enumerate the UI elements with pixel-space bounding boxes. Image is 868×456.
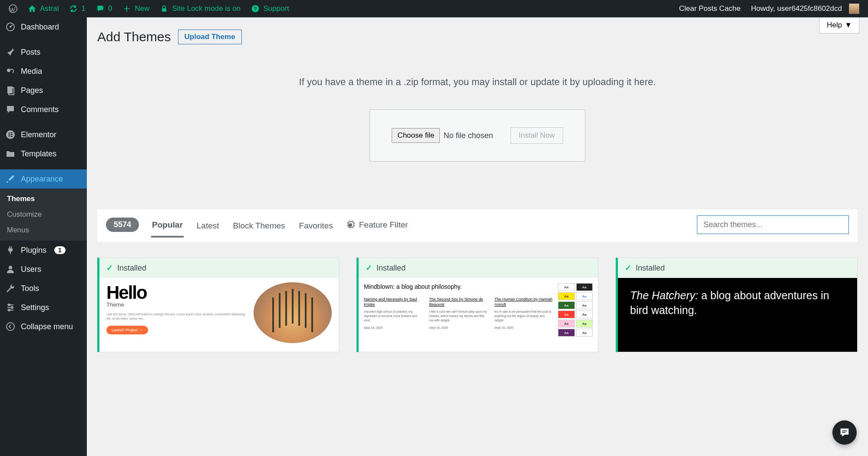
admin-bar: Astral 1 0 New Site Lock mode is on ? Su… — [0, 0, 868, 17]
pages-icon — [5, 85, 16, 96]
menu-comments[interactable]: Comments — [0, 100, 87, 119]
page-title: Add Themes — [97, 30, 171, 44]
check-icon: ✓ — [366, 263, 372, 273]
install-now-button[interactable]: Install Now — [511, 127, 563, 144]
svg-rect-11 — [10, 132, 13, 133]
menu-label: Users — [21, 265, 41, 274]
menu-settings[interactable]: Settings — [0, 298, 87, 317]
help-tab[interactable]: Help ▼ — [819, 17, 859, 33]
theme-preview: Mindblown: a blog about philosophy. Nami… — [359, 278, 598, 352]
menu-templates[interactable]: Templates — [0, 144, 87, 163]
sliders-icon — [5, 302, 16, 313]
theme-card[interactable]: ✓ Installed Hello Theme I am text block.… — [97, 258, 339, 352]
tab-latest[interactable]: Latest — [196, 221, 220, 237]
installed-badge: ✓ Installed — [99, 258, 339, 278]
svg-point-15 — [8, 304, 10, 306]
site-name-link[interactable]: Astral — [23, 0, 64, 17]
svg-text:?: ? — [254, 6, 257, 11]
site-lock-link[interactable]: Site Lock mode is on — [155, 0, 246, 17]
svg-rect-20 — [842, 430, 847, 431]
folder-icon — [5, 149, 16, 159]
submenu-themes[interactable]: Themes — [0, 191, 87, 207]
svg-rect-21 — [842, 432, 845, 433]
account-link[interactable]: Howdy, user6425fc8602dcd — [746, 0, 865, 17]
menu-label: Templates — [21, 149, 56, 159]
theme-preview: The Hatchery: a blog about adventures in… — [618, 278, 857, 352]
appearance-submenu: Themes Customize Menus — [0, 188, 87, 241]
collapse-menu[interactable]: Collapse menu — [0, 317, 87, 336]
gear-icon — [346, 221, 355, 229]
lock-icon — [160, 4, 168, 13]
upload-theme-button[interactable]: Upload Theme — [178, 30, 242, 44]
menu-label: Comments — [21, 105, 59, 114]
theme-card[interactable]: ✓ Installed Mindblown: a blog about phil… — [356, 258, 598, 352]
wordpress-icon — [9, 4, 17, 13]
tab-popular[interactable]: Popular — [151, 220, 184, 238]
menu-label: Collapse menu — [21, 322, 73, 331]
elementor-icon — [5, 129, 16, 140]
upload-area: If you have a theme in a .zip format, yo… — [97, 50, 858, 175]
choose-file-button[interactable]: Choose file — [392, 128, 440, 143]
wp-logo[interactable] — [3, 0, 23, 17]
chat-fab[interactable] — [832, 420, 857, 445]
submenu-customize[interactable]: Customize — [0, 207, 87, 222]
menu-tools[interactable]: Tools — [0, 279, 87, 298]
menu-media[interactable]: Media — [0, 62, 87, 81]
pin-icon — [5, 47, 16, 57]
submenu-menus[interactable]: Menus — [0, 222, 87, 238]
support-link[interactable]: ? Support — [246, 0, 294, 17]
menu-pages[interactable]: Pages — [0, 81, 87, 100]
user-icon — [5, 264, 16, 274]
menu-users[interactable]: Users — [0, 260, 87, 279]
wrench-icon — [5, 283, 16, 294]
comments-link[interactable]: 0 — [91, 0, 117, 17]
svg-rect-1 — [162, 8, 166, 11]
svg-point-6 — [7, 69, 10, 72]
clear-cache-link[interactable]: Clear Posts Cache — [674, 0, 746, 17]
theme-preview: Hello Theme I am text block. Click edit … — [99, 278, 339, 352]
updates-link[interactable]: 1 — [64, 0, 90, 17]
support-label: Support — [263, 4, 289, 13]
collapse-icon — [5, 321, 16, 332]
preview-image — [254, 282, 332, 343]
lock-label: Site Lock mode is on — [172, 4, 241, 13]
menu-label: Dashboard — [21, 23, 59, 32]
menu-elementor[interactable]: Elementor — [0, 125, 87, 144]
svg-point-14 — [9, 266, 12, 269]
plug-icon — [5, 245, 16, 255]
search-themes-input[interactable] — [697, 215, 849, 234]
menu-appearance[interactable]: Appearance — [0, 169, 87, 188]
installed-badge: ✓ Installed — [618, 258, 857, 278]
theme-grid: ✓ Installed Hello Theme I am text block.… — [97, 258, 858, 352]
admin-sidebar: Dashboard Posts Media Pages Comments Ele… — [0, 17, 87, 456]
check-icon: ✓ — [106, 263, 113, 273]
feature-filter-button[interactable]: Feature Filter — [346, 220, 408, 230]
menu-posts[interactable]: Posts — [0, 43, 87, 62]
svg-rect-12 — [10, 134, 13, 135]
menu-label: Media — [21, 67, 42, 76]
update-count: 1 — [81, 4, 85, 13]
plus-icon — [122, 4, 131, 13]
file-status: No file chosen — [443, 131, 493, 140]
menu-dashboard[interactable]: Dashboard — [0, 17, 87, 36]
menu-plugins[interactable]: Plugins 1 — [0, 241, 87, 260]
menu-label: Tools — [21, 284, 39, 293]
chevron-down-icon: ▼ — [845, 21, 852, 30]
theme-count: 5574 — [106, 218, 139, 232]
new-link[interactable]: New — [117, 0, 155, 17]
media-icon — [5, 66, 16, 76]
brush-icon — [5, 174, 16, 184]
comment-count: 0 — [108, 4, 112, 13]
theme-card[interactable]: ✓ Installed The Hatchery: a blog about a… — [616, 258, 858, 352]
tab-favorites[interactable]: Favorites — [298, 221, 334, 237]
check-icon: ✓ — [625, 263, 631, 273]
svg-point-17 — [8, 309, 10, 311]
svg-rect-13 — [10, 136, 13, 137]
howdy-text: Howdy, user6425fc8602dcd — [751, 4, 842, 13]
update-icon — [69, 4, 78, 13]
menu-label: Appearance — [21, 175, 63, 184]
content-area: Help ▼ Add Themes Upload Theme If you ha… — [87, 17, 868, 456]
tab-block-themes[interactable]: Block Themes — [232, 221, 286, 237]
upload-message: If you have a theme in a .zip format, yo… — [97, 76, 858, 88]
comment-icon — [96, 4, 105, 13]
